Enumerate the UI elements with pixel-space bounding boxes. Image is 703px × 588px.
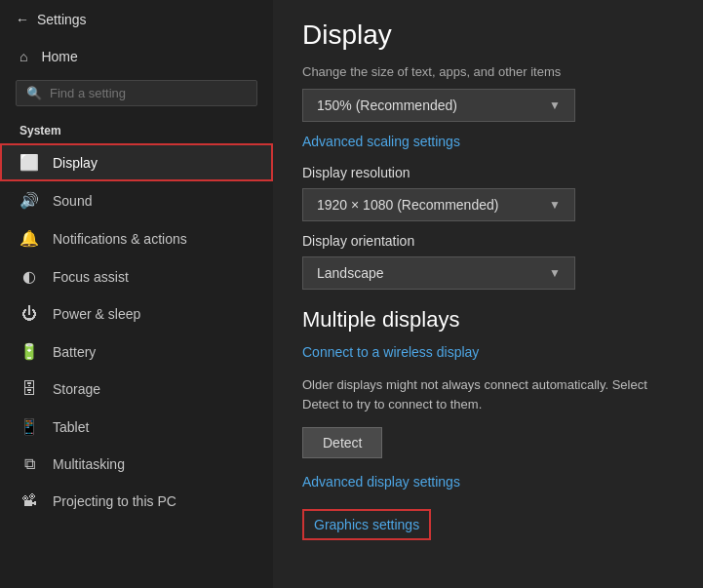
- sidebar: ← Settings ⌂ Home 🔍 System ⬜ Display 🔊 S…: [0, 0, 273, 588]
- sidebar-item-storage[interactable]: 🗄 Storage: [0, 371, 273, 408]
- scale-chevron-icon: ▼: [549, 98, 561, 112]
- sound-label: Sound: [53, 193, 92, 209]
- sidebar-item-notifications[interactable]: 🔔 Notifications & actions: [0, 219, 273, 257]
- sidebar-item-multitasking[interactable]: ⧉ Multitasking: [0, 446, 273, 483]
- sidebar-item-tablet[interactable]: 📱 Tablet: [0, 408, 273, 446]
- battery-label: Battery: [53, 344, 96, 360]
- notifications-label: Notifications & actions: [53, 231, 187, 247]
- sidebar-item-projecting[interactable]: 📽 Projecting to this PC: [0, 483, 273, 520]
- advanced-display-link[interactable]: Advanced display settings: [302, 474, 460, 490]
- search-input[interactable]: [50, 86, 247, 100]
- orientation-dropdown[interactable]: Landscape ▼: [302, 256, 575, 290]
- sidebar-item-sound[interactable]: 🔊 Sound: [0, 181, 273, 219]
- sidebar-item-battery[interactable]: 🔋 Battery: [0, 333, 273, 371]
- multitasking-label: Multitasking: [53, 456, 125, 472]
- detect-button[interactable]: Detect: [302, 427, 382, 458]
- projecting-icon: 📽: [20, 492, 39, 510]
- focus-label: Focus assist: [53, 269, 129, 285]
- advanced-scaling-link[interactable]: Advanced scaling settings: [302, 134, 460, 149]
- notifications-icon: 🔔: [20, 229, 39, 248]
- orientation-dropdown-value: Landscape: [317, 265, 384, 281]
- search-box[interactable]: 🔍: [16, 80, 257, 106]
- scale-dropdown-value: 150% (Recommended): [317, 98, 457, 113]
- tablet-label: Tablet: [53, 419, 89, 435]
- multiple-displays-title: Multiple displays: [302, 307, 674, 333]
- orientation-label: Display orientation: [302, 233, 674, 249]
- resolution-label: Display resolution: [302, 165, 674, 180]
- graphics-settings-link[interactable]: Graphics settings: [302, 509, 431, 540]
- back-button[interactable]: ← Settings: [0, 0, 273, 39]
- storage-icon: 🗄: [20, 380, 39, 398]
- older-displays-description: Older displays might not always connect …: [302, 375, 674, 413]
- resolution-dropdown-value: 1920 × 1080 (Recommended): [317, 197, 498, 213]
- settings-title: Settings: [37, 12, 87, 27]
- display-icon: ⬜: [20, 153, 39, 172]
- multitasking-icon: ⧉: [20, 455, 39, 473]
- display-label: Display: [53, 155, 98, 171]
- system-section-label: System: [0, 116, 273, 143]
- orientation-chevron-icon: ▼: [549, 266, 561, 280]
- resolution-chevron-icon: ▼: [549, 198, 561, 212]
- focus-icon: ◐: [20, 267, 39, 286]
- home-label: Home: [41, 49, 77, 64]
- wireless-display-link[interactable]: Connect to a wireless display: [302, 344, 479, 360]
- projecting-label: Projecting to this PC: [53, 493, 176, 509]
- battery-icon: 🔋: [20, 342, 39, 361]
- sidebar-item-focus[interactable]: ◐ Focus assist: [0, 257, 273, 295]
- search-icon: 🔍: [26, 86, 42, 100]
- main-content: Display Change the size of text, apps, a…: [273, 0, 703, 588]
- scale-description: Change the size of text, apps, and other…: [302, 64, 674, 79]
- scale-dropdown[interactable]: 150% (Recommended) ▼: [302, 89, 575, 122]
- sidebar-item-power[interactable]: ⏻ Power & sleep: [0, 295, 273, 333]
- tablet-icon: 📱: [20, 417, 39, 436]
- back-arrow-icon: ←: [16, 12, 29, 27]
- sound-icon: 🔊: [20, 191, 39, 210]
- power-icon: ⏻: [20, 305, 39, 323]
- resolution-dropdown[interactable]: 1920 × 1080 (Recommended) ▼: [302, 188, 575, 221]
- home-icon: ⌂: [20, 49, 27, 64]
- sidebar-item-display[interactable]: ⬜ Display: [0, 143, 273, 181]
- power-label: Power & sleep: [53, 306, 140, 322]
- page-title: Display: [302, 0, 674, 64]
- sidebar-item-home[interactable]: ⌂ Home: [0, 39, 273, 74]
- storage-label: Storage: [53, 381, 100, 397]
